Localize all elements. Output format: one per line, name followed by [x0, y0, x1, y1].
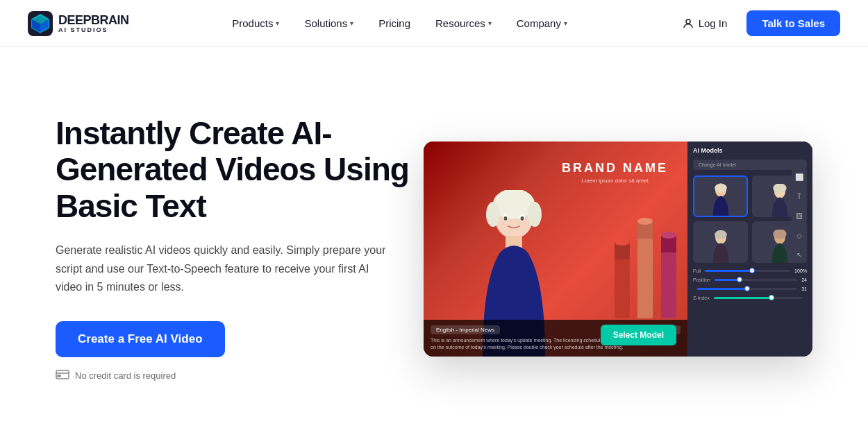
nav-resources[interactable]: Resources ▾ [424, 12, 503, 35]
position-x-value: 24 [801, 277, 807, 282]
nav-products[interactable]: Products ▾ [221, 12, 290, 35]
navbar: DEEPBRAIN AI STUDIOS Products ▾ Solution… [0, 0, 868, 47]
svg-rect-6 [56, 370, 69, 379]
panel-avatars [693, 175, 807, 263]
panel-title: AI Models [693, 147, 807, 154]
svg-point-11 [486, 202, 500, 227]
svg-point-20 [615, 239, 630, 246]
position-y-value: 31 [801, 286, 807, 291]
login-button[interactable]: Log In [671, 12, 739, 35]
logo[interactable]: DEEPBRAIN AI STUDIOS [28, 11, 129, 36]
select-model-button[interactable]: Select Model [601, 325, 676, 345]
panel-avatar-3[interactable] [693, 221, 748, 263]
nav-pricing[interactable]: Pricing [367, 12, 422, 35]
z-index-control-row: Z-Index [693, 295, 807, 300]
panel-avatar-1[interactable] [693, 175, 748, 217]
nav-company[interactable]: Company ▾ [506, 12, 578, 35]
talk-to-sales-button[interactable]: Talk to Sales [746, 10, 840, 36]
panel-icon-cursor[interactable]: ↖ [792, 247, 807, 262]
nav-solutions[interactable]: Solutions ▾ [293, 12, 365, 35]
svg-point-23 [637, 218, 653, 225]
svg-point-16 [504, 216, 508, 221]
user-icon [682, 17, 694, 30]
hero-mockup-container: BRAND NAME Lorem ipsum dolor sit amet [424, 142, 812, 357]
panel-icon-shape[interactable]: ◇ [792, 228, 807, 243]
nav-links: Products ▾ Solutions ▾ Pricing Resources… [221, 12, 578, 35]
mockup-brand-overlay: BRAND NAME Lorem ipsum dolor sit amet [562, 161, 668, 184]
chevron-down-icon: ▾ [276, 19, 279, 27]
svg-point-12 [528, 202, 542, 227]
brand-sub: AI STUDIOS [58, 26, 129, 33]
panel-icon-layers[interactable]: ⬜ [792, 169, 807, 185]
svg-rect-18 [615, 256, 630, 318]
chevron-down-icon: ▾ [350, 19, 353, 27]
panel-icon-image[interactable]: 🖼 [792, 208, 807, 223]
mockup-video-area: BRAND NAME Lorem ipsum dolor sit amet [424, 142, 687, 357]
logo-icon [28, 11, 53, 36]
panel-controls: Full 100% Position 24 [693, 268, 807, 300]
svg-point-17 [521, 216, 524, 221]
position-x-slider[interactable] [715, 279, 797, 281]
hero-left: Instantly Create AI-Generated Videos Usi… [56, 115, 417, 384]
scale-label: Full [693, 268, 701, 273]
mockup-lipsticks [611, 214, 681, 325]
hero-headline: Instantly Create AI-Generated Videos Usi… [56, 115, 417, 225]
position-y-slider[interactable] [697, 288, 797, 290]
svg-point-28 [715, 184, 727, 193]
credit-card-icon [56, 368, 69, 383]
scale-slider[interactable] [705, 270, 790, 272]
position-label: Position [693, 277, 710, 282]
chevron-down-icon: ▾ [564, 19, 567, 27]
scale-control-row: Full 100% [693, 268, 807, 273]
mockup-brand-sub: Lorem ipsum dolor sit amet [562, 178, 668, 184]
nav-actions: Log In Talk to Sales [671, 10, 840, 36]
svg-point-5 [686, 19, 690, 24]
panel-icon-text[interactable]: T [792, 189, 807, 204]
hero-subtext: Generate realistic AI videos quickly and… [56, 241, 389, 296]
position-y-control-row: 31 [693, 286, 807, 291]
hero-mockup: BRAND NAME Lorem ipsum dolor sit amet [424, 142, 812, 357]
mockup-panel: AI Models Change AI model [687, 142, 812, 357]
svg-rect-21 [637, 235, 653, 318]
scale-value: 100% [794, 268, 807, 273]
svg-point-32 [715, 230, 727, 239]
create-free-video-button[interactable]: Create a Free AI Video [56, 321, 225, 357]
hero-section: Instantly Create AI-Generated Videos Usi… [0, 47, 868, 437]
brand-name: DEEPBRAIN [58, 13, 129, 28]
panel-side-icons: ⬜ T 🖼 ◇ ↖ [792, 169, 807, 262]
svg-rect-8 [58, 375, 60, 377]
z-index-label: Z-Index [693, 295, 710, 300]
chevron-down-icon: ▾ [488, 19, 492, 27]
svg-rect-24 [661, 249, 676, 318]
no-credit-card-notice: No credit card is required [56, 368, 417, 383]
mockup-lang-tag: English - Imperial News [431, 325, 500, 334]
mockup-brand-name: BRAND NAME [562, 161, 668, 175]
z-index-slider[interactable] [714, 297, 803, 299]
panel-search[interactable]: Change AI model [693, 160, 807, 170]
position-control-row: Position 24 [693, 277, 807, 282]
svg-point-26 [661, 232, 676, 239]
